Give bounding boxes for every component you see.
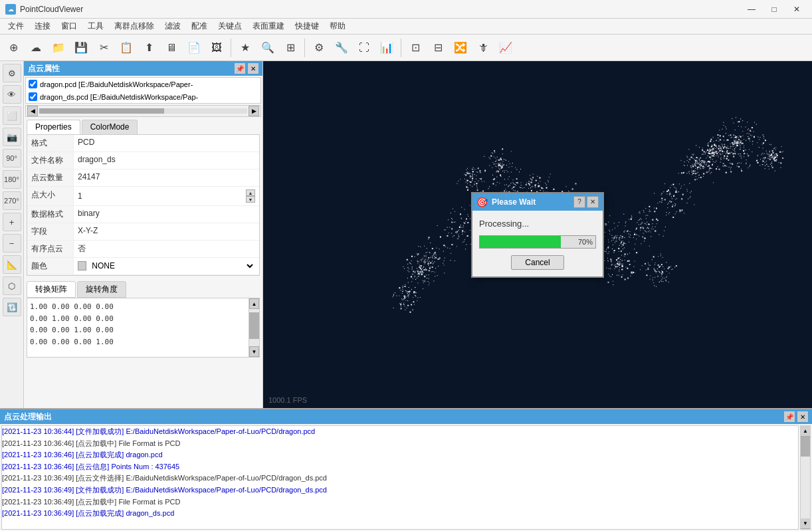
dialog-question-btn[interactable]: ? (573, 196, 585, 208)
tb-copy-btn[interactable]: 📋 (116, 37, 137, 58)
sidebar-camera-icon[interactable]: 📷 (3, 128, 21, 146)
menu-shortcuts[interactable]: 快捷键 (290, 19, 324, 33)
log-scroll-up[interactable]: ▲ (801, 426, 810, 437)
color-select[interactable]: NONE (89, 261, 255, 271)
prop-label-ordered: 有序点云 (27, 241, 74, 257)
bottom-title: 点云处理输出 (4, 411, 52, 423)
cancel-button[interactable]: Cancel (511, 255, 563, 270)
matrix-row-2: 0.00 1.00 0.00 0.00 (30, 313, 246, 325)
sidebar-refresh-icon[interactable]: 🔃 (3, 298, 21, 316)
menu-keypoints[interactable]: 关键点 (213, 19, 247, 33)
dialog-body: Processing... 70% Cancel (472, 211, 603, 276)
tb-chart-btn[interactable]: 📊 (376, 37, 397, 58)
tb-cut-btn[interactable]: ✂ (93, 37, 114, 58)
log-content[interactable]: [2021-11-23 10:36:44] [文件加载成功] E:/BaiduN… (1, 425, 799, 530)
titlebar: ☁ PointCloudViewer — □ ✕ (0, 0, 812, 19)
log-entry: [2021-11-23 10:36:49] [文件加载成功] E:/BaiduN… (2, 484, 798, 496)
tab-properties[interactable]: Properties (27, 120, 80, 134)
sidebar-box-icon[interactable]: ⬜ (3, 106, 21, 125)
tb-upload-btn[interactable]: ⬆ (138, 37, 159, 58)
log-scroll-down[interactable]: ▼ (801, 518, 810, 529)
toolbar-separator-2 (304, 39, 305, 57)
props-tabs: Properties ColorMode (24, 117, 262, 134)
sidebar-rotate2-icon[interactable]: 270° (3, 191, 21, 210)
log-scroll-thumb (801, 437, 810, 457)
tb-doc-btn[interactable]: 📄 (183, 37, 205, 58)
tb-settings-btn[interactable]: ⚙ (308, 37, 330, 58)
bottom-close-btn[interactable]: ✕ (797, 411, 808, 422)
file-list: dragon.pcd [E:/BaiduNetdiskWorkspace/Pap… (25, 77, 261, 104)
file-name-dragon: dragon.pcd [E:/BaiduNetdiskWorkspace/Pap… (40, 80, 193, 88)
panel-close-btn[interactable]: ✕ (248, 63, 258, 74)
dialog-title-left: 🎯 Please Wait (476, 197, 536, 207)
sidebar-settings-icon[interactable]: ⚙ (3, 64, 21, 82)
app-title: PointCloudViewer (20, 5, 83, 14)
matrix-scroll-thumb (249, 312, 259, 339)
scroll-track[interactable] (39, 108, 247, 114)
tb-grid-btn[interactable]: ⊞ (280, 37, 301, 58)
tb-open-btn[interactable]: 📁 (48, 37, 69, 58)
minimize-button[interactable]: — (742, 2, 761, 17)
sidebar-3d-icon[interactable]: ⬡ (3, 276, 21, 295)
sidebar-rotate-icon[interactable]: 90° (3, 149, 21, 167)
dialog-close-btn[interactable]: ✕ (587, 196, 599, 208)
prop-label-pointcount: 点云数量 (27, 169, 74, 186)
file-checkbox-dragon[interactable] (29, 80, 37, 88)
tb-add-btn[interactable]: ⊕ (3, 37, 24, 58)
tb-screen-btn[interactable]: 🖥 (161, 37, 182, 58)
sidebar-zoomin-icon[interactable]: + (3, 213, 21, 231)
tb-tool1-btn[interactable]: 🔧 (331, 37, 352, 58)
menu-outlier[interactable]: 离群点移除 (109, 19, 159, 33)
menu-connect[interactable]: 连接 (29, 19, 56, 33)
tb-graph-btn[interactable]: 📈 (495, 37, 516, 58)
tb-shuffle-btn[interactable]: 🔀 (450, 37, 471, 58)
sub-tabs: 转换矩阵 旋转角度 (27, 281, 260, 298)
menu-tools[interactable]: 工具 (82, 19, 109, 33)
tb-deselect-btn[interactable]: ⊟ (427, 37, 449, 58)
tb-cloud-btn[interactable]: ☁ (25, 37, 47, 58)
prop-label-format: 格式 (27, 135, 74, 152)
tb-image-btn[interactable]: 🖼 (206, 37, 227, 58)
file-item-dragon-ds[interactable]: dragon_ds.pcd [E:/BaiduNetdiskWorkspace/… (26, 90, 260, 103)
file-checkbox-dragon-ds[interactable] (29, 92, 37, 101)
tb-select-btn[interactable]: ⊡ (405, 37, 426, 58)
matrix-scroll-up[interactable]: ▲ (249, 298, 259, 309)
bottom-panel: 点云处理输出 📌 ✕ [2021-11-23 10:36:44] [文件加载成功… (0, 408, 812, 531)
sidebar-eye-icon[interactable]: 👁 (3, 85, 21, 104)
bottom-pin-btn[interactable]: 📌 (784, 411, 795, 422)
pointsize-spinner[interactable]: ▲ ▼ (246, 189, 255, 203)
tb-frame-btn[interactable]: ⛶ (354, 37, 375, 58)
menu-filter[interactable]: 滤波 (159, 19, 186, 33)
tab-colormode[interactable]: ColorMode (82, 120, 138, 134)
scroll-left-btn[interactable]: ◀ (27, 106, 38, 116)
log-scrollbar: ▲ ▼ (800, 425, 811, 530)
tb-pick-btn[interactable]: 🗡 (472, 37, 494, 58)
menu-help[interactable]: 帮助 (324, 19, 351, 33)
subtab-rotation[interactable]: 旋转角度 (77, 281, 126, 298)
spin-down[interactable]: ▼ (246, 196, 255, 203)
panel-title: 点云属性 (28, 63, 60, 74)
prop-row-fields: 字段 X-Y-Z (27, 223, 259, 241)
tb-search-btn[interactable]: 🔍 (257, 37, 278, 58)
tb-save-btn[interactable]: 💾 (70, 37, 92, 58)
maximize-button[interactable]: □ (764, 2, 784, 17)
subtab-matrix[interactable]: 转换矩阵 (27, 281, 76, 298)
scroll-right-btn[interactable]: ▶ (249, 106, 259, 116)
panel-pin-btn[interactable]: 📌 (235, 63, 245, 74)
progress-bar (480, 236, 561, 248)
title-left: ☁ PointCloudViewer (5, 4, 83, 15)
file-item-dragon[interactable]: dragon.pcd [E:/BaiduNetdiskWorkspace/Pap… (26, 78, 260, 90)
close-button[interactable]: ✕ (787, 2, 807, 17)
sidebar-flip-icon[interactable]: 180° (3, 170, 21, 189)
viewport[interactable]: 1000.1 FPS 🎯 Please Wait ? ✕ Processing.… (263, 61, 812, 408)
spin-up[interactable]: ▲ (246, 189, 255, 196)
menu-registration[interactable]: 配准 (186, 19, 213, 33)
menu-window[interactable]: 窗口 (56, 19, 82, 33)
tb-star-btn[interactable]: ★ (235, 37, 256, 58)
menu-file[interactable]: 文件 (3, 19, 29, 33)
dialog-icon: 🎯 (476, 197, 488, 207)
sidebar-zoomout-icon[interactable]: − (3, 234, 21, 253)
menu-surface[interactable]: 表面重建 (247, 19, 290, 33)
matrix-scroll-down[interactable]: ▼ (249, 346, 259, 357)
sidebar-measure-icon[interactable]: 📐 (3, 255, 21, 274)
